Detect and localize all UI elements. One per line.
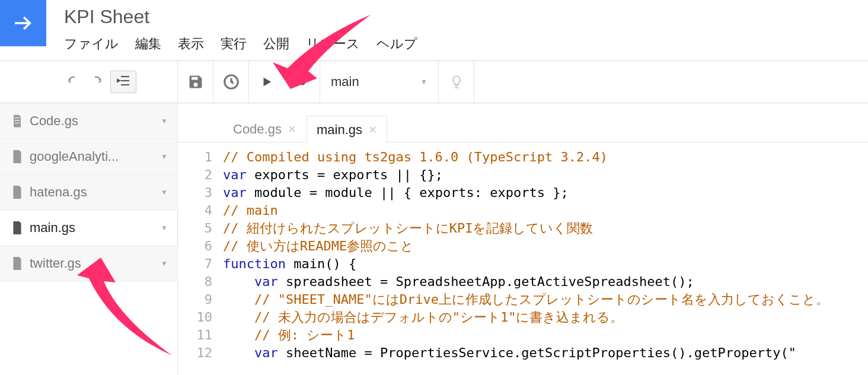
menu-help[interactable]: ヘルプ [376, 35, 417, 53]
code-line[interactable]: function main() { [223, 255, 868, 273]
file-icon [12, 115, 23, 128]
selected-function: main [331, 74, 359, 90]
line-number: 1 [178, 148, 212, 166]
menu-publish[interactable]: 公開 [263, 35, 289, 53]
undo-icon [65, 75, 82, 87]
code-line[interactable]: var sheetName = PropertiesService.getScr… [223, 344, 868, 362]
file-icon [12, 221, 23, 234]
code-line[interactable]: // 紐付けられたスプレットシートにKPIを記録していく関数 [223, 220, 868, 237]
tab-main[interactable]: main.gs ✕ [307, 116, 387, 143]
project-title[interactable]: KPI Sheet [64, 6, 868, 28]
line-number: 8 [178, 273, 212, 291]
undo-button[interactable] [65, 75, 82, 89]
file-item-googleanalytics[interactable]: googleAnalyti... ▼ [0, 139, 177, 174]
apps-script-logo[interactable] [0, 0, 46, 46]
tab-bar: Code.gs ✕ main.gs ✕ [178, 103, 868, 142]
line-number: 2 [178, 166, 212, 184]
line-number: 5 [178, 220, 212, 237]
arrow-right-icon [11, 11, 36, 36]
tab-code[interactable]: Code.gs ✕ [223, 115, 307, 142]
indent-icon [116, 75, 131, 87]
chevron-down-icon[interactable]: ▼ [161, 152, 168, 161]
chevron-down-icon[interactable]: ▼ [161, 117, 168, 125]
redo-button[interactable] [88, 75, 104, 89]
code-line[interactable]: var module = module || { exports: export… [223, 184, 868, 202]
lightbulb-icon [449, 73, 464, 91]
file-sidebar: Code.gs ▼ googleAnalyti... ▼ hatena.gs ▼… [0, 103, 178, 375]
line-number: 10 [178, 309, 212, 326]
code-lines[interactable]: // Compiled using ts2gas 1.6.0 (TypeScri… [223, 148, 868, 375]
chevron-down-icon[interactable]: ▼ [161, 188, 168, 196]
header: KPI Sheet ファイル 編集 表示 実行 公開 リソース ヘルプ [0, 0, 868, 61]
tab-label: main.gs [317, 122, 362, 138]
clock-button[interactable] [213, 61, 249, 103]
file-item-hatena[interactable]: hatena.gs ▼ [0, 174, 177, 210]
indent-button[interactable] [110, 71, 136, 93]
line-number: 6 [178, 237, 212, 255]
file-icon [12, 150, 23, 163]
play-icon [260, 75, 273, 88]
chevron-down-icon[interactable]: ▼ [161, 224, 168, 232]
run-button[interactable] [249, 61, 285, 103]
save-button[interactable] [178, 61, 213, 103]
clock-icon [222, 73, 240, 91]
code-line[interactable]: // 使い方はREADME参照のこと [223, 237, 868, 255]
menubar: ファイル 編集 表示 実行 公開 リソース ヘルプ [64, 35, 868, 53]
code-line[interactable]: // 未入力の場合はデフォルトの"シート1"に書き込まれる。 [223, 309, 868, 326]
file-icon [12, 186, 23, 199]
line-number: 11 [178, 326, 212, 344]
save-icon [187, 74, 204, 90]
file-item-twitter[interactable]: twitter.gs ▼ [0, 246, 177, 281]
line-number: 7 [178, 255, 212, 273]
file-label: twitter.gs [30, 256, 81, 271]
menu-view[interactable]: 表示 [178, 35, 204, 53]
file-item-main[interactable]: main.gs ▼ [0, 210, 177, 246]
tab-label: Code.gs [233, 122, 282, 137]
menu-resource[interactable]: リソース [306, 35, 360, 53]
code-line[interactable]: var spreadsheet = SpreadsheetApp.getActi… [223, 273, 868, 291]
file-label: googleAnalyti... [30, 149, 119, 164]
code-line[interactable]: // main [223, 202, 868, 220]
menu-run[interactable]: 実行 [221, 35, 247, 53]
code-line[interactable]: var exports = exports || {}; [223, 166, 868, 184]
svg-point-1 [299, 79, 305, 85]
debug-button[interactable] [285, 61, 320, 103]
file-icon [12, 257, 23, 270]
file-label: main.gs [30, 220, 75, 236]
code-area[interactable]: 123456789101112 // Compiled using ts2gas… [178, 142, 868, 375]
redo-icon [88, 75, 104, 87]
chevron-down-icon[interactable]: ▼ [161, 259, 168, 268]
line-number: 3 [178, 184, 212, 202]
code-line[interactable]: // "SHEET_NAME"にはDrive上に作成したスプレットシートのシート… [223, 291, 868, 309]
code-line[interactable]: // Compiled using ts2gas 1.6.0 (TypeScri… [223, 148, 868, 166]
file-label: hatena.gs [30, 185, 87, 200]
line-number: 9 [178, 291, 212, 309]
function-selector[interactable]: main ▼ [320, 61, 439, 103]
code-line[interactable]: // 例: シート1 [223, 326, 868, 344]
toolbar: main ▼ [0, 61, 868, 103]
file-item-code[interactable]: Code.gs ▼ [0, 103, 177, 139]
close-icon[interactable]: ✕ [288, 123, 296, 136]
file-label: Code.gs [30, 113, 78, 129]
chevron-down-icon: ▼ [420, 78, 427, 86]
bug-icon [295, 74, 310, 90]
line-number: 4 [178, 202, 212, 220]
line-gutter: 123456789101112 [178, 148, 223, 375]
lightbulb-button[interactable] [439, 61, 474, 103]
line-number: 12 [178, 344, 212, 362]
menu-edit[interactable]: 編集 [135, 35, 161, 53]
menu-file[interactable]: ファイル [64, 35, 119, 53]
editor: Code.gs ✕ main.gs ✕ 123456789101112 // C… [178, 103, 868, 375]
close-icon[interactable]: ✕ [368, 123, 377, 136]
